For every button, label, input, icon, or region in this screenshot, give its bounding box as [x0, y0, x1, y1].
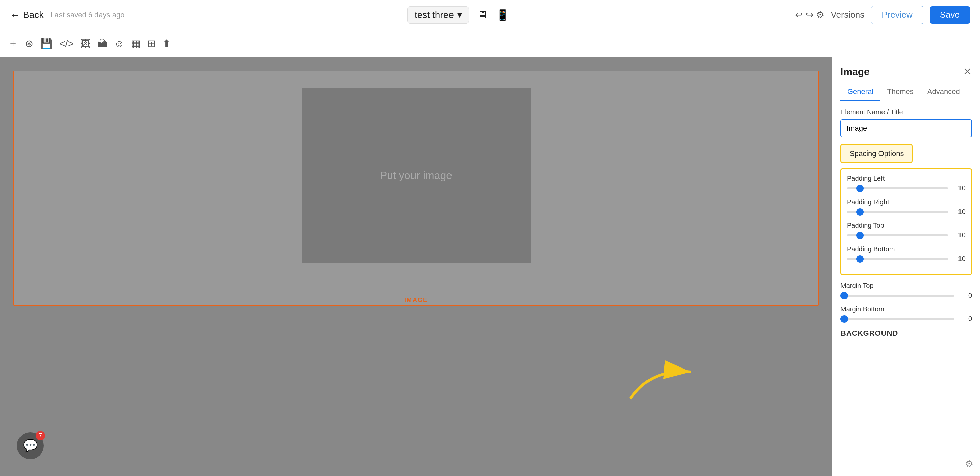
tab-general[interactable]: General: [840, 83, 880, 101]
padding-bottom-slider[interactable]: [847, 258, 948, 260]
background-section-label: BACKGROUND: [840, 329, 972, 338]
padding-right-row: 10: [847, 208, 966, 216]
spacing-options-box: Padding Left 10 Padding Right 10 Padding…: [840, 168, 972, 275]
image-placeholder: Put your image: [302, 88, 530, 263]
main-layout: Put your image IMAGE Image ✕ General The: [0, 57, 980, 476]
padding-bottom-group: Padding Bottom 10: [847, 245, 966, 263]
header-left: ← Back Last saved 6 days ago: [10, 10, 124, 21]
panel-tabs: General Themes Advanced: [832, 83, 980, 102]
back-label: Back: [23, 10, 44, 21]
margin-top-group: Margin Top 0: [840, 282, 972, 299]
padding-left-group: Padding Left 10: [847, 175, 966, 192]
padding-right-value: 10: [952, 208, 966, 216]
toolbar: ＋ ⊛ 💾 </> 🖼 🏔 ☺ ▦ ⊞ ⬆: [0, 30, 980, 57]
spacing-options-button[interactable]: Spacing Options: [840, 144, 913, 163]
smiley-icon[interactable]: ☺: [114, 38, 124, 49]
padding-left-value: 10: [952, 184, 966, 192]
panel-body: Element Name / Title Spacing Options Pad…: [832, 102, 980, 347]
margin-bottom-row: 0: [840, 315, 972, 323]
padding-left-row: 10: [847, 184, 966, 192]
save-button[interactable]: Save: [930, 6, 970, 24]
padding-right-label: Padding Right: [847, 198, 966, 206]
padding-bottom-value: 10: [952, 255, 966, 263]
margin-top-row: 0: [840, 292, 972, 299]
padding-right-slider[interactable]: [847, 211, 948, 213]
mobile-view-button[interactable]: 📱: [493, 6, 512, 24]
padding-bottom-label: Padding Bottom: [847, 245, 966, 253]
template-icon[interactable]: 🖼: [80, 38, 91, 49]
margin-bottom-group: Margin Bottom 0: [840, 305, 972, 323]
header: ← Back Last saved 6 days ago test three …: [0, 0, 980, 30]
margin-bottom-slider[interactable]: [840, 318, 955, 320]
image-label: IMAGE: [404, 297, 428, 304]
grid-icon[interactable]: ⊞: [147, 38, 156, 49]
padding-left-label: Padding Left: [847, 175, 966, 182]
project-name-button[interactable]: test three ▾: [407, 6, 469, 24]
header-right: ↩ ↪ ⚙ Versions Preview Save: [795, 6, 970, 24]
panel-title: Image: [840, 66, 870, 77]
desktop-view-button[interactable]: 🖥: [474, 6, 490, 24]
margin-top-slider[interactable]: [840, 295, 955, 297]
chat-badge: 7: [36, 431, 45, 440]
chat-bubble[interactable]: 💬 7: [17, 432, 44, 459]
image-placeholder-text: Put your image: [380, 169, 452, 182]
preview-button[interactable]: Preview: [871, 6, 923, 24]
padding-top-group: Padding Top 10: [847, 222, 966, 239]
redo-button[interactable]: ↪: [805, 10, 813, 21]
device-buttons: 🖥 📱: [474, 6, 512, 24]
layout-icon[interactable]: ▦: [131, 38, 140, 49]
margin-top-value: 0: [958, 292, 972, 299]
panel-settings-icon[interactable]: ⚙: [965, 458, 973, 469]
layers-icon[interactable]: ⊛: [25, 38, 33, 49]
chat-icon: 💬: [23, 439, 38, 453]
padding-left-slider[interactable]: [847, 187, 948, 189]
margin-top-label: Margin Top: [840, 282, 972, 290]
right-panel: Image ✕ General Themes Advanced Element …: [832, 57, 980, 476]
element-name-label: Element Name / Title: [840, 108, 972, 116]
save-icon[interactable]: 💾: [40, 38, 52, 49]
padding-top-slider[interactable]: [847, 235, 948, 236]
undo-redo-group: ↩ ↪ ⚙: [795, 10, 824, 21]
padding-bottom-row: 10: [847, 255, 966, 263]
padding-top-label: Padding Top: [847, 222, 966, 229]
code-icon[interactable]: </>: [59, 38, 74, 49]
last-saved-text: Last saved 6 days ago: [51, 11, 124, 19]
arrow-annotation: [610, 342, 704, 409]
add-element-icon[interactable]: ＋: [8, 36, 18, 51]
chevron-down-icon: ▾: [457, 10, 462, 21]
versions-button[interactable]: Versions: [831, 10, 865, 20]
canvas-wrapper: Put your image IMAGE: [13, 71, 819, 306]
header-center: test three ▾ 🖥 📱: [407, 6, 512, 24]
margin-bottom-label: Margin Bottom: [840, 305, 972, 313]
canvas-area: Put your image IMAGE: [0, 57, 832, 476]
back-arrow-icon: ←: [10, 10, 20, 21]
padding-top-value: 10: [952, 232, 966, 239]
panel-header: Image ✕: [832, 57, 980, 78]
padding-right-group: Padding Right 10: [847, 198, 966, 216]
settings-toggle-button[interactable]: ⚙: [816, 10, 824, 21]
back-button[interactable]: ← Back: [10, 10, 44, 21]
tab-advanced[interactable]: Advanced: [921, 83, 967, 101]
undo-button[interactable]: ↩: [795, 10, 803, 21]
close-panel-button[interactable]: ✕: [963, 65, 972, 78]
element-name-input[interactable]: [840, 119, 972, 137]
padding-top-row: 10: [847, 232, 966, 239]
margin-bottom-value: 0: [958, 315, 972, 323]
export-icon[interactable]: ⬆: [162, 38, 171, 49]
project-name-text: test three: [415, 10, 454, 21]
image-icon[interactable]: 🏔: [97, 38, 107, 49]
tab-themes[interactable]: Themes: [880, 83, 920, 101]
